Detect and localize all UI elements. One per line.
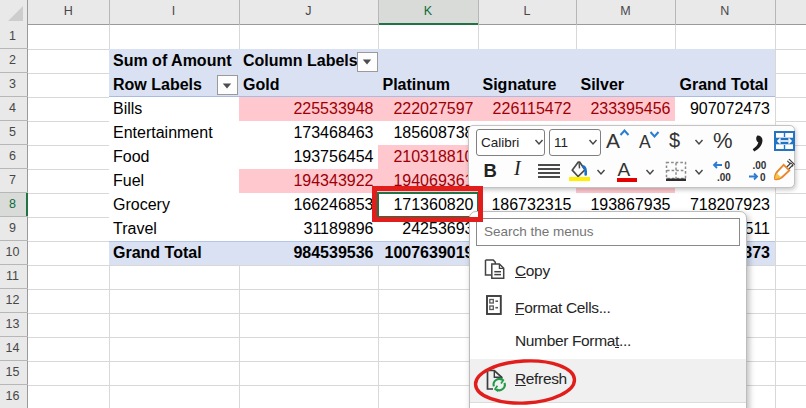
- svg-text:0: 0: [760, 172, 766, 183]
- svg-text:.00: .00: [717, 172, 731, 183]
- svg-text:0: 0: [725, 160, 731, 171]
- svg-text:.00: .00: [753, 160, 767, 171]
